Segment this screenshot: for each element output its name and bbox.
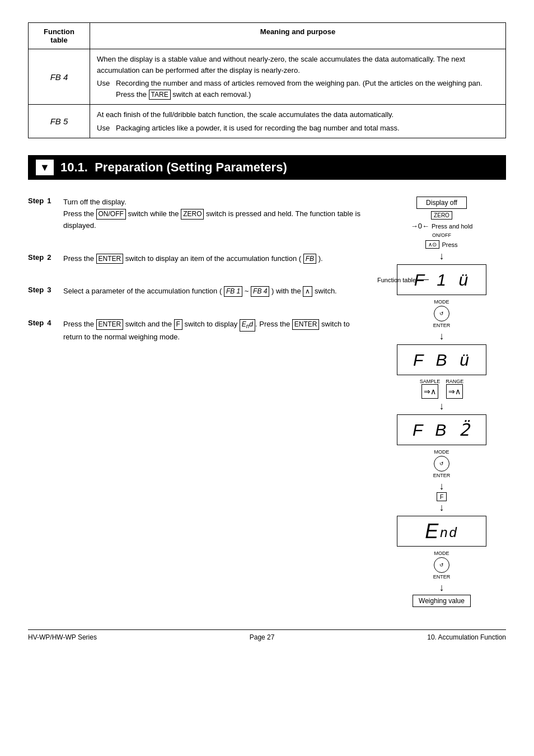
step-num-2: 2 — [47, 253, 56, 265]
step-2: Step 2 Press the ENTER switch to display… — [28, 253, 366, 265]
footer-page: Page 27 — [250, 633, 275, 641]
diag-screen-2: F B ü — [397, 344, 486, 375]
range-label: RANGE — [446, 379, 463, 384]
enter-btn-4a: ENTER — [96, 319, 124, 330]
caret-btn: ∧ — [303, 286, 312, 297]
diag-io-row: ∧⊙ Press — [425, 240, 457, 249]
arrow-down-3: ↓ — [439, 401, 444, 411]
weighing-value-box: Weighing value — [413, 595, 471, 607]
table-row-fb5: FB 5 At each finish of the full/dribble … — [29, 105, 506, 138]
diag-screen-3: F B 2̈ — [397, 414, 486, 445]
fb4-use-label: Use — [97, 78, 113, 100]
enter-btn-2: ENTER — [96, 254, 124, 264]
step-3-content: Select a parameter of the accumulation f… — [63, 286, 366, 297]
step-num-3: 3 — [47, 286, 56, 297]
diag-press-hold-row: →0← Press and hold — [411, 222, 473, 230]
table-cell-fb4-code: FB 4 — [29, 49, 90, 105]
enter-label-2: ENTER — [433, 473, 451, 478]
range-btn: RANGE ⇒∧ — [446, 379, 463, 399]
arrow-down-2: ↓ — [439, 331, 444, 341]
table-cell-fb5-code: FB 5 — [29, 105, 90, 138]
footer-section: 10. Accumulation Function — [427, 633, 506, 641]
function-table: Function table Meaning and purpose FB 4 … — [28, 22, 506, 138]
sample-label: SAMPLE — [420, 379, 441, 384]
footer: HV-WP/HW-WP Series Page 27 10. Accumulat… — [28, 629, 506, 641]
mode-circle-btn-2[interactable]: ↺ — [434, 456, 449, 472]
step-4: Step 4 Press the ENTER switch and the F … — [28, 319, 366, 343]
steps-column: Step 1 Turn off the display. Press the O… — [28, 197, 366, 607]
enter-btn-4b: ENTER — [292, 319, 320, 330]
diag-mode-2: MODE ↺ ENTER — [433, 449, 451, 478]
tare-word: TARE — [149, 90, 171, 100]
step-1-sub: Press the ON/OFF switch while the ZERO s… — [63, 208, 366, 232]
diagram-wrapper: Display off ZERO →0← Press and hold ON/O… — [377, 197, 506, 607]
table-header-function: Function table — [29, 23, 90, 49]
screen1-with-label: Function table F 1 ü — [377, 262, 506, 297]
arrow-down-5: ↓ — [439, 502, 444, 512]
step-2-label: Step 2 — [28, 253, 59, 265]
range-arrow[interactable]: ⇒∧ — [446, 384, 463, 399]
table-row-fb4: FB 4 When the display is a stable value … — [29, 49, 506, 105]
step-num-1: 1 — [47, 197, 56, 231]
fb4-code: FB 4 — [251, 286, 269, 297]
step-1: Step 1 Turn off the display. Press the O… — [28, 197, 366, 231]
content-area: Step 1 Turn off the display. Press the O… — [28, 197, 506, 607]
f-diag-btn[interactable]: F — [437, 492, 447, 501]
diag-mode-1: MODE ↺ ENTER — [433, 299, 451, 328]
step-1-label: Step 1 — [28, 197, 59, 231]
section-header: ▼ 10.1. Preparation (Setting Parameters) — [28, 155, 506, 180]
mode-label-2: MODE — [434, 449, 449, 455]
footer-series: HV-WP/HW-WP Series — [28, 633, 97, 641]
function-table-label: Function table — [377, 277, 429, 283]
step-word-1: Step — [28, 197, 44, 231]
diag-screen-end: End — [397, 516, 486, 547]
table-cell-fb5-meaning: At each finish of the full/dribble batch… — [90, 105, 506, 138]
step-word-4: Step — [28, 319, 44, 343]
sample-range-row: SAMPLE ⇒∧ RANGE ⇒∧ — [420, 379, 464, 399]
press-label: Press — [442, 241, 457, 248]
fb4-main-text: When the display is a stable value and w… — [97, 55, 465, 74]
zero-btn: ZERO — [181, 209, 204, 220]
step-num-4: 4 — [47, 319, 56, 343]
onoff-btn: ON/OFF — [96, 209, 126, 220]
mode-circle-btn-3[interactable]: ↺ — [434, 557, 449, 573]
step-1-content: Turn off the display. Press the ON/OFF s… — [63, 197, 366, 231]
arrow-down-6: ↓ — [439, 582, 444, 592]
section-title: 10.1. Preparation (Setting Parameters) — [60, 160, 287, 175]
fb-code-2: FB — [303, 254, 316, 264]
diag-zero-row: ZERO — [431, 211, 452, 220]
mode-circle-btn-1[interactable]: ↺ — [434, 306, 449, 321]
enter-label-1: ENTER — [433, 323, 451, 328]
arrow-right: →0← — [411, 222, 429, 230]
step-word-3: Step — [28, 286, 44, 297]
diag-onoff-label-row: ON/OFF — [432, 232, 451, 238]
enter-label-3: ENTER — [433, 574, 451, 580]
step-1-main: Turn off the display. — [63, 198, 127, 206]
display-off-box: Display off — [416, 197, 467, 209]
end-display: End — [240, 319, 255, 331]
fb5-use-label: Use — [97, 123, 113, 134]
f-btn-4: F — [174, 319, 182, 330]
arrow-down-4: ↓ — [439, 481, 444, 491]
section-icon: ▼ — [36, 160, 54, 175]
fb4-use-text: Recording the number and mass of article… — [116, 78, 499, 100]
step-2-content: Press the ENTER switch to display an ite… — [63, 253, 366, 265]
mode-label-1: MODE — [434, 299, 449, 305]
fb5-main-text: At each finish of the full/dribble batch… — [97, 110, 394, 119]
step-word-2: Step — [28, 253, 44, 265]
diagram-column: Display off ZERO →0← Press and hold ON/O… — [377, 197, 506, 607]
mode-label-3: MODE — [434, 550, 449, 556]
zero-diag-btn: ZERO — [431, 211, 452, 220]
step-3-label: Step 3 — [28, 286, 59, 297]
table-cell-fb4-meaning: When the display is a stable value and w… — [90, 49, 506, 105]
arrow-down-1: ↓ — [439, 251, 444, 261]
onoff-diag-label: ON/OFF — [432, 232, 451, 238]
step-4-content: Press the ENTER switch and the F switch … — [63, 319, 366, 343]
sample-arrow[interactable]: ⇒∧ — [421, 384, 438, 399]
press-hold-text: Press and hold — [432, 223, 472, 230]
fb1-code: FB 1 — [224, 286, 242, 297]
table-header-meaning: Meaning and purpose — [90, 23, 506, 49]
io-diag-btn: ∧⊙ — [425, 240, 439, 249]
step-3: Step 3 Select a parameter of the accumul… — [28, 286, 366, 297]
fb5-use-text: Packaging articles like a powder, it is … — [116, 123, 400, 134]
